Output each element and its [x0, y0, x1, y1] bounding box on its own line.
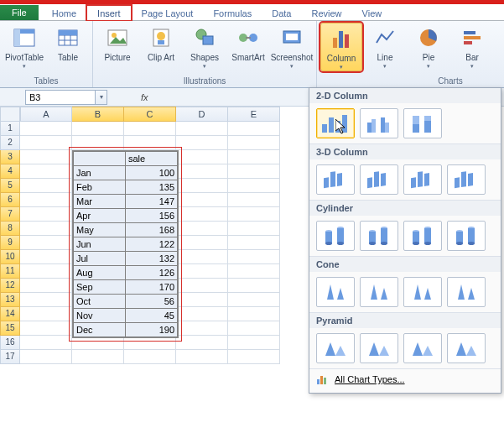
cell[interactable] [20, 321, 72, 336]
tab-insert[interactable]: Insert [86, 5, 132, 21]
cell[interactable] [228, 264, 280, 279]
cell[interactable] [20, 122, 72, 136]
row-header[interactable]: 5 [0, 179, 20, 193]
tab-page-layout[interactable]: Page Layout [132, 6, 204, 20]
chart-type-option[interactable] [403, 221, 442, 251]
cell[interactable] [176, 150, 228, 164]
cell[interactable] [228, 250, 280, 264]
line-button[interactable]: Line▾ [364, 23, 406, 70]
chart-type-option[interactable] [360, 333, 398, 363]
row-header[interactable]: 6 [0, 193, 20, 207]
cell[interactable] [20, 250, 72, 264]
chart-type-option[interactable] [447, 333, 486, 363]
cell[interactable] [228, 179, 280, 193]
tab-file[interactable]: File [0, 5, 39, 20]
cell[interactable] [124, 122, 176, 136]
cell[interactable] [20, 350, 72, 364]
column-header[interactable]: C [124, 107, 176, 122]
cell[interactable] [176, 193, 228, 207]
tab-review[interactable]: Review [301, 6, 351, 20]
cell[interactable] [20, 136, 72, 150]
bar-button[interactable]: Bar▾ [451, 23, 493, 70]
cell[interactable] [176, 264, 228, 279]
row-header[interactable]: 12 [0, 279, 20, 293]
chart-type-option[interactable] [403, 108, 442, 138]
cell[interactable] [124, 136, 176, 150]
column-header[interactable]: D [176, 107, 228, 122]
row-header[interactable]: 16 [0, 336, 20, 350]
cell[interactable] [20, 179, 72, 193]
chart-type-option[interactable] [316, 221, 355, 251]
shapes-button[interactable]: Shapes▾ [184, 23, 226, 70]
cell[interactable] [72, 350, 124, 364]
cell[interactable] [176, 136, 228, 150]
cell[interactable] [176, 293, 228, 307]
column-button[interactable]: Column▾ [320, 23, 362, 71]
cell[interactable] [228, 164, 280, 179]
cell[interactable] [72, 122, 124, 136]
chart-type-option[interactable] [403, 333, 442, 363]
row-header[interactable]: 2 [0, 136, 20, 150]
smartart-button[interactable]: SmartArt [227, 23, 269, 62]
cell[interactable] [20, 164, 72, 179]
cell[interactable] [176, 250, 228, 264]
cell[interactable] [72, 136, 124, 150]
chart-type-option[interactable] [360, 164, 398, 195]
cell[interactable] [228, 321, 280, 336]
cell[interactable] [124, 350, 176, 364]
chart-type-option[interactable] [447, 221, 486, 251]
cell[interactable] [20, 222, 72, 236]
chart-type-option[interactable] [360, 221, 398, 251]
cell[interactable] [228, 150, 280, 164]
pie-button[interactable]: Pie▾ [408, 23, 449, 70]
cell[interactable] [20, 293, 72, 307]
cell[interactable] [20, 207, 72, 222]
tab-home[interactable]: Home [42, 6, 86, 20]
chart-type-option[interactable] [447, 164, 486, 195]
cell[interactable] [176, 164, 228, 179]
cell[interactable] [228, 122, 280, 136]
column-header[interactable]: E [228, 107, 280, 122]
row-header[interactable]: 15 [0, 321, 20, 336]
row-header[interactable]: 8 [0, 222, 20, 236]
cell[interactable] [20, 264, 72, 279]
chart-type-option[interactable] [360, 277, 398, 307]
chart-type-option[interactable] [360, 108, 398, 138]
select-all-corner[interactable] [0, 107, 20, 122]
tab-formulas[interactable]: Formulas [203, 6, 262, 20]
cell[interactable] [20, 336, 72, 350]
cell[interactable] [20, 279, 72, 293]
row-header[interactable]: 1 [0, 122, 20, 136]
cell[interactable] [20, 307, 72, 321]
tab-view[interactable]: View [352, 6, 392, 20]
row-header[interactable]: 14 [0, 307, 20, 321]
cell[interactable] [20, 193, 72, 207]
chart-type-option[interactable] [316, 164, 355, 195]
chart-type-option[interactable] [316, 333, 355, 363]
cell[interactable] [20, 236, 72, 250]
cell[interactable] [176, 321, 228, 336]
cell[interactable] [20, 150, 72, 164]
column-header[interactable]: A [20, 107, 72, 122]
tab-data[interactable]: Data [262, 6, 301, 20]
cell[interactable] [228, 279, 280, 293]
cell[interactable] [228, 236, 280, 250]
row-header[interactable]: 11 [0, 264, 20, 279]
chart-type-option[interactable] [447, 277, 486, 307]
row-header[interactable]: 3 [0, 150, 20, 164]
table-button[interactable]: Table [47, 23, 89, 62]
cell[interactable] [228, 350, 280, 364]
screenshot-button[interactable]: Screenshot▾ [271, 23, 313, 70]
fx-label[interactable]: fx [141, 92, 148, 102]
cell[interactable] [176, 236, 228, 250]
chart-type-option[interactable] [403, 277, 442, 307]
pivottable-button[interactable]: PivotTable▾ [3, 23, 45, 70]
row-header[interactable]: 13 [0, 293, 20, 307]
chart-type-option[interactable] [316, 108, 355, 138]
cell[interactable] [176, 179, 228, 193]
cell[interactable] [176, 122, 228, 136]
cell[interactable] [228, 222, 280, 236]
cell[interactable] [228, 193, 280, 207]
name-box-dropdown[interactable]: ▾ [96, 90, 107, 105]
cell[interactable] [176, 307, 228, 321]
